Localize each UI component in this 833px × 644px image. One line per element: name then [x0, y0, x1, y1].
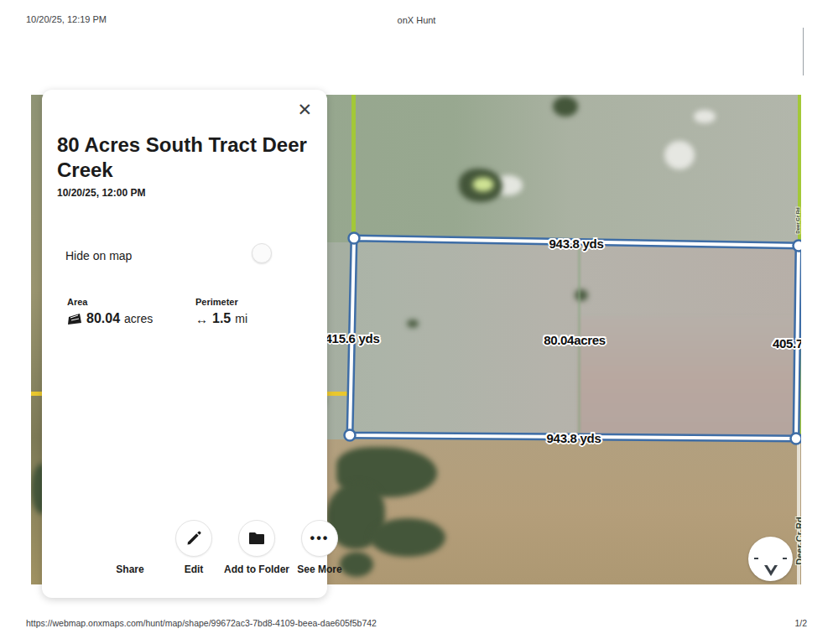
page-edge-line	[803, 28, 804, 75]
perimeter-stat: Perimeter ↔ 1.5 mi	[195, 297, 247, 326]
compass-needle-icon	[764, 565, 778, 576]
area-icon	[67, 313, 82, 325]
edge-length-label-right: 405.7	[773, 336, 801, 351]
edge-length-label-left: 415.6 yds	[325, 331, 380, 345]
shape-detail-card: ✕ 80 Acres South Tract Deer Creek 10/20/…	[42, 90, 327, 598]
perimeter-value: 1.5	[212, 311, 231, 326]
print-url: https://webmap.onxmaps.com/hunt/map/shap…	[26, 618, 377, 628]
hide-on-map-toggle[interactable]	[252, 243, 272, 263]
print-title: onX Hunt	[0, 15, 833, 25]
ellipsis-icon: •••	[301, 520, 338, 557]
shape-area-label: 80.04acres	[544, 333, 606, 347]
print-page-number: 1/2	[794, 618, 807, 628]
folder-icon	[238, 520, 275, 557]
hide-on-map-label: Hide on map	[65, 249, 132, 262]
close-icon[interactable]: ✕	[297, 101, 312, 118]
compass-east-tick	[783, 558, 787, 559]
perimeter-label: Perimeter	[195, 297, 247, 307]
road-name-label-small: Deer Cr Rd	[795, 207, 800, 233]
compass-west-tick	[754, 558, 758, 559]
printed-page: 10/20/25, 12:19 PM onX Hunt	[0, 0, 833, 644]
edge-length-label-bottom: 943.8 yds	[547, 431, 601, 445]
shape-date: 10/20/25, 12:00 PM	[57, 187, 145, 199]
shape-title: 80 Acres South Tract Deer Creek	[57, 132, 309, 183]
road-name-label: Deer Cr Rd	[794, 517, 801, 564]
hide-on-map-row: Hide on map	[65, 241, 304, 274]
area-value: 80.04	[86, 311, 120, 326]
edge-length-label-top: 943.8 yds	[549, 236, 604, 251]
action-bar: Share Edit Add to Folder ••• See More	[42, 520, 327, 587]
left-right-arrow-icon: ↔	[195, 312, 208, 326]
area-unit: acres	[124, 312, 153, 325]
perimeter-unit: mi	[235, 312, 247, 325]
area-stat: Area 80.04 acres	[67, 297, 153, 326]
see-more-button[interactable]: ••• See More	[282, 520, 357, 575]
area-label: Area	[67, 297, 153, 307]
compass-button[interactable]	[748, 537, 793, 581]
pencil-icon	[175, 520, 212, 557]
